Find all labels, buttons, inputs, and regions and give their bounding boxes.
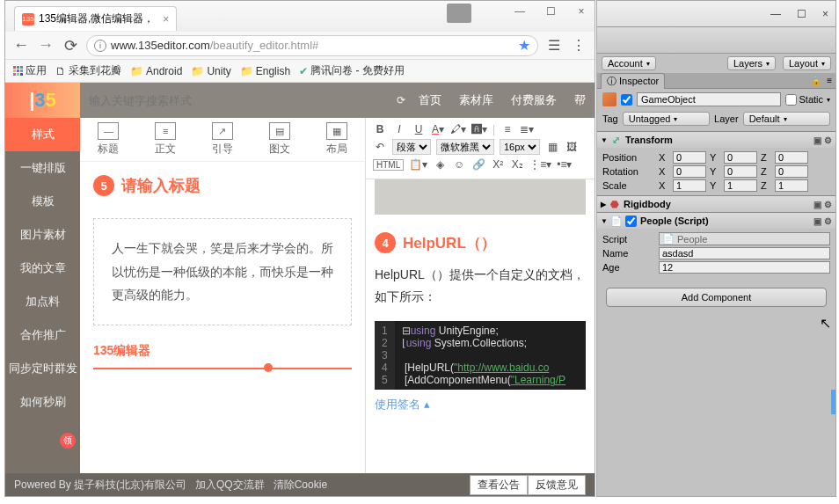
name-input[interactable] <box>659 247 830 259</box>
layout-dropdown[interactable]: Layout <box>783 56 831 70</box>
tool-layout[interactable]: ▦布局 <box>326 122 347 157</box>
highlight-button[interactable]: 🅰▾ <box>471 122 487 136</box>
superscript-button[interactable]: X² <box>491 157 505 172</box>
gear-icon[interactable]: ⚙ <box>824 135 832 145</box>
script-enabled-checkbox[interactable] <box>625 215 637 227</box>
user-avatar-icon[interactable] <box>447 4 471 23</box>
sidebar-item-addon[interactable]: 加点料 <box>5 285 80 318</box>
title-input-row[interactable]: 5 请输入标题 <box>80 162 365 209</box>
tool-imgtxt[interactable]: ▤图文 <box>269 122 290 157</box>
sidebar-item-sync[interactable]: 同步定时群发 <box>5 352 80 385</box>
account-dropdown[interactable]: Account <box>602 56 656 70</box>
minimize-icon[interactable]: — <box>770 8 781 20</box>
undo-button[interactable]: ↶ <box>373 140 387 154</box>
add-component-button[interactable]: Add Component <box>606 288 827 307</box>
layer-dropdown[interactable]: Default <box>743 112 830 126</box>
html-source-button[interactable]: HTML <box>373 159 404 171</box>
tag-dropdown[interactable]: Untagged <box>623 112 710 126</box>
rotation-y-input[interactable] <box>724 165 757 178</box>
transform-header[interactable]: ▼ ⤢ Transform ▣⚙ <box>597 132 835 148</box>
scrollbar-thumb[interactable] <box>831 390 835 414</box>
reload-icon[interactable]: ⟳ <box>62 36 79 55</box>
align-menu-button[interactable]: ≣▾ <box>520 122 534 136</box>
nav-home[interactable]: 首页 <box>419 92 441 108</box>
help-icon[interactable]: ▣ <box>813 135 821 145</box>
bg-color-button[interactable]: 🖍▾ <box>450 122 466 136</box>
refresh-icon[interactable]: ⟳ <box>397 94 405 106</box>
qq-link[interactable]: 加入QQ交流群 <box>195 478 265 493</box>
sidebar-item-template[interactable]: 模板 <box>5 185 80 218</box>
scale-y-input[interactable] <box>724 179 757 192</box>
position-z-input[interactable] <box>775 151 808 164</box>
tool-text[interactable]: ≡正文 <box>155 122 176 157</box>
eraser-button[interactable]: ◈ <box>433 157 447 172</box>
close-icon[interactable]: × <box>573 5 590 18</box>
divider-style-preview[interactable]: 135编辑器 <box>93 343 352 369</box>
people-header[interactable]: ▼ 📄 People (Script) ▣⚙ <box>597 213 835 229</box>
sidebar-item-pic[interactable]: 图片素材 <box>5 218 80 252</box>
image-button[interactable]: 🖼 <box>565 140 579 154</box>
gear-icon[interactable]: ⚙ <box>824 216 832 226</box>
forward-icon[interactable]: → <box>37 36 55 55</box>
font-select[interactable]: 微软雅黑 <box>436 139 494 155</box>
scale-z-input[interactable] <box>775 179 808 192</box>
sidebar-item-style[interactable]: 样式 <box>5 118 80 151</box>
ordered-list-button[interactable]: ⋮≡▾ <box>529 157 551 172</box>
apps-button[interactable]: 应用 <box>12 63 47 78</box>
paragraph-select[interactable]: 段落 <box>392 139 431 155</box>
maximize-icon[interactable]: ☐ <box>797 8 806 20</box>
active-checkbox[interactable] <box>621 94 632 106</box>
logo[interactable]: |35 <box>5 83 80 118</box>
align-left-button[interactable]: ≡ <box>500 122 514 136</box>
underline-button[interactable]: U <box>412 122 426 136</box>
signature-link[interactable]: 使用签名 ▴ <box>375 397 430 413</box>
close-icon[interactable]: × <box>822 8 828 20</box>
sidebar-item-myarticle[interactable]: 我的文章 <box>5 252 80 285</box>
maximize-icon[interactable]: ☐ <box>542 5 559 18</box>
gear-icon[interactable]: ⚙ <box>824 200 832 209</box>
feedback-button[interactable]: 反馈意见 <box>528 475 586 495</box>
bookmark-item[interactable]: 📁Android <box>130 65 182 77</box>
clipboard-button[interactable]: 📋▾ <box>409 157 427 172</box>
sidebar-badge[interactable]: 领 <box>60 433 76 449</box>
bookmark-item[interactable]: 🗋 采集到花瓣 <box>55 63 121 78</box>
nav-paid[interactable]: 付费服务 <box>511 92 557 108</box>
age-input[interactable] <box>659 261 830 274</box>
help-icon[interactable]: ▣ <box>813 200 821 209</box>
sidebar-item-coop[interactable]: 合作推广 <box>5 318 80 352</box>
menu-icon[interactable]: ⋮ <box>570 37 587 54</box>
help-icon[interactable]: ▣ <box>813 216 821 226</box>
bold-button[interactable]: B <box>373 122 387 136</box>
quote-style-preview[interactable]: 人一生下就会哭，笑是后来才学会的。所以忧伤是一种低级的本能，而快乐是一种更高级的… <box>93 218 352 325</box>
script-field[interactable]: 📄People <box>659 232 830 245</box>
subscript-button[interactable]: X₂ <box>510 157 524 172</box>
inspector-tab[interactable]: ⓘInspector <box>601 73 665 89</box>
nav-help[interactable]: 帮 <box>574 92 586 108</box>
editor-content[interactable]: 4 HelpURL（） HelpURL（）提供一个自定义的文档，如下所示： 12… <box>366 179 595 413</box>
gameobject-name-input[interactable] <box>637 92 781 106</box>
cube-icon[interactable] <box>602 92 616 106</box>
scale-x-input[interactable] <box>673 179 706 192</box>
info-icon[interactable]: i <box>94 40 106 52</box>
emoji-button[interactable]: ☺ <box>452 157 466 172</box>
notice-button[interactable]: 查看公告 <box>470 475 528 495</box>
tool-title[interactable]: —标题 <box>98 122 119 157</box>
rotation-z-input[interactable] <box>775 165 808 178</box>
layers-dropdown[interactable]: Layers <box>727 56 776 70</box>
bookmark-item[interactable]: ✔ 腾讯问卷 - 免费好用 <box>299 63 405 78</box>
nav-materials[interactable]: 素材库 <box>459 92 493 108</box>
sidebar-item-brush[interactable]: 如何秒刷 <box>5 385 80 419</box>
rigidbody-header[interactable]: ▶ ⬣ Rigidbody ▣⚙ <box>597 196 835 212</box>
bookmark-star-icon[interactable]: ★ <box>518 37 530 54</box>
minimize-icon[interactable]: — <box>511 5 529 18</box>
search-input[interactable] <box>89 94 383 107</box>
url-input[interactable]: i www.135editor.com/beautify_editor.html… <box>86 35 538 56</box>
panel-menu-icon[interactable]: ≡ <box>827 76 832 85</box>
extension-icon[interactable]: ☰ <box>545 37 563 54</box>
unordered-list-button[interactable]: •≡▾ <box>557 157 572 172</box>
font-color-button[interactable]: A▾ <box>431 122 445 136</box>
size-select[interactable]: 16px <box>500 139 540 155</box>
tool-quote[interactable]: ↗引导 <box>212 122 233 157</box>
italic-button[interactable]: I <box>392 122 406 136</box>
tab-close-icon[interactable]: × <box>163 13 169 26</box>
